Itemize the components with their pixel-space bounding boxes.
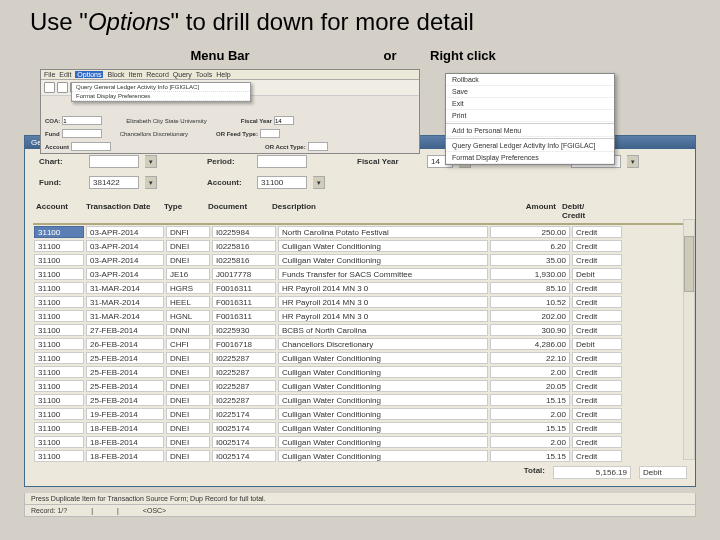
cell-description[interactable]: Culligan Water Conditioning: [278, 408, 488, 420]
cell-dc[interactable]: Credit: [572, 366, 622, 378]
cell-amount[interactable]: 20.05: [490, 380, 570, 392]
fy-input[interactable]: [274, 116, 294, 125]
cell-document[interactable]: I0225174: [212, 408, 276, 420]
ctx-print[interactable]: Print: [446, 110, 614, 122]
cell-description[interactable]: Culligan Water Conditioning: [278, 254, 488, 266]
dropdown-item-query[interactable]: Query General Ledger Activity Info [FGIG…: [72, 83, 250, 92]
fund-dropdown-icon[interactable]: ▾: [145, 176, 157, 189]
cell-type[interactable]: DNFI: [166, 226, 210, 238]
cell-date[interactable]: 18-FEB-2014: [86, 450, 164, 462]
table-row[interactable]: 3110025-FEB-2014DNEII0225287Culligan Wat…: [33, 393, 687, 407]
cell-account[interactable]: 31100: [34, 422, 84, 434]
cell-document[interactable]: I0225287: [212, 366, 276, 378]
cell-date[interactable]: 25-FEB-2014: [86, 394, 164, 406]
cell-amount[interactable]: 2.00: [490, 366, 570, 378]
cell-account[interactable]: 31100: [34, 254, 84, 266]
table-row[interactable]: 3110026-FEB-2014CHFIF0016718Chancellors …: [33, 337, 687, 351]
chart-input[interactable]: [89, 155, 139, 168]
period-input[interactable]: [257, 155, 307, 168]
accttype-input[interactable]: [308, 142, 328, 151]
cell-date[interactable]: 03-APR-2014: [86, 240, 164, 252]
table-row[interactable]: 3110027-FEB-2014DNNII0225930BCBS of Nort…: [33, 323, 687, 337]
save-icon[interactable]: [44, 82, 55, 93]
cell-amount[interactable]: 85.10: [490, 282, 570, 294]
cell-date[interactable]: 03-APR-2014: [86, 254, 164, 266]
cell-dc[interactable]: Credit: [572, 436, 622, 448]
cell-description[interactable]: Culligan Water Conditioning: [278, 422, 488, 434]
cell-type[interactable]: DNEI: [166, 436, 210, 448]
cell-dc[interactable]: Credit: [572, 254, 622, 266]
cell-document[interactable]: F0016311: [212, 296, 276, 308]
table-row[interactable]: 3110025-FEB-2014DNEII0225287Culligan Wat…: [33, 351, 687, 365]
menu-query[interactable]: Query: [173, 71, 192, 78]
ctx-query-gl[interactable]: Query General Ledger Activity Info [FGIG…: [446, 140, 614, 152]
cell-type[interactable]: DNEI: [166, 450, 210, 462]
cell-dc[interactable]: Credit: [572, 296, 622, 308]
cell-amount[interactable]: 15.15: [490, 422, 570, 434]
cell-document[interactable]: I0225816: [212, 240, 276, 252]
cell-account[interactable]: 31100: [34, 268, 84, 280]
scrollbar-thumb[interactable]: [684, 236, 694, 292]
cell-type[interactable]: DNNI: [166, 324, 210, 336]
cell-account[interactable]: 31100: [34, 394, 84, 406]
cell-account[interactable]: 31100: [34, 226, 84, 238]
table-row[interactable]: 3110019-FEB-2014DNEII0225174Culligan Wat…: [33, 407, 687, 421]
cell-account[interactable]: 31100: [34, 450, 84, 462]
table-scrollbar[interactable]: [683, 219, 695, 460]
context-menu[interactable]: Rollback Save Exit Print Add to Personal…: [445, 73, 615, 165]
menu-options[interactable]: Options: [75, 71, 103, 78]
cell-dc[interactable]: Credit: [572, 380, 622, 392]
cell-amount[interactable]: 22.10: [490, 352, 570, 364]
cell-type[interactable]: JE16: [166, 268, 210, 280]
cell-account[interactable]: 31100: [34, 240, 84, 252]
dropdown-item-format[interactable]: Format Display Preferences: [72, 92, 250, 101]
cell-type[interactable]: DNEI: [166, 366, 210, 378]
cell-account[interactable]: 31100: [34, 282, 84, 294]
cell-date[interactable]: 26-FEB-2014: [86, 338, 164, 350]
cell-dc[interactable]: Credit: [572, 450, 622, 462]
menu-block[interactable]: Block: [107, 71, 124, 78]
cell-amount[interactable]: 4,286.00: [490, 338, 570, 350]
cell-document[interactable]: I0025174: [212, 436, 276, 448]
table-row[interactable]: 3110003-APR-2014JE16J0017778Funds Transf…: [33, 267, 687, 281]
cell-document[interactable]: I0025174: [212, 450, 276, 462]
ctx-add-personal[interactable]: Add to Personal Menu: [446, 125, 614, 137]
cell-description[interactable]: North Carolina Potato Festival: [278, 226, 488, 238]
ctx-rollback[interactable]: Rollback: [446, 74, 614, 86]
cell-description[interactable]: Chancellors Discretionary: [278, 338, 488, 350]
cell-date[interactable]: 03-APR-2014: [86, 268, 164, 280]
cell-dc[interactable]: Credit: [572, 240, 622, 252]
cell-amount[interactable]: 15.15: [490, 450, 570, 462]
menu-tools[interactable]: Tools: [196, 71, 212, 78]
cell-amount[interactable]: 1,930.00: [490, 268, 570, 280]
table-row[interactable]: 3110003-APR-2014DNFII0225984North Caroli…: [33, 225, 687, 239]
cell-account[interactable]: 31100: [34, 338, 84, 350]
table-row[interactable]: 3110031-MAR-2014HGRSF0016311HR Payroll 2…: [33, 281, 687, 295]
account-input-main[interactable]: 31100: [257, 176, 307, 189]
cell-document[interactable]: J0017778: [212, 268, 276, 280]
cell-type[interactable]: DNEI: [166, 240, 210, 252]
cell-description[interactable]: HR Payroll 2014 MN 3 0: [278, 310, 488, 322]
cell-account[interactable]: 31100: [34, 408, 84, 420]
cell-amount[interactable]: 2.00: [490, 436, 570, 448]
rollback-icon[interactable]: [57, 82, 68, 93]
cell-description[interactable]: Culligan Water Conditioning: [278, 394, 488, 406]
table-row[interactable]: 3110018-FEB-2014DNEII0025174Culligan Wat…: [33, 421, 687, 435]
menu-record[interactable]: Record: [146, 71, 169, 78]
cell-type[interactable]: DNEI: [166, 422, 210, 434]
cell-description[interactable]: Culligan Water Conditioning: [278, 366, 488, 378]
cell-document[interactable]: I0225287: [212, 352, 276, 364]
menu-item[interactable]: Item: [129, 71, 143, 78]
cell-dc[interactable]: Credit: [572, 226, 622, 238]
ctx-format-prefs[interactable]: Format Display Preferences: [446, 152, 614, 164]
cell-date[interactable]: 25-FEB-2014: [86, 380, 164, 392]
cell-document[interactable]: I0225287: [212, 380, 276, 392]
cell-document[interactable]: I0225287: [212, 394, 276, 406]
cell-dc[interactable]: Debit: [572, 338, 622, 350]
cell-type[interactable]: DNEI: [166, 352, 210, 364]
cell-description[interactable]: Culligan Water Conditioning: [278, 352, 488, 364]
index-dropdown-icon[interactable]: ▾: [627, 155, 639, 168]
cell-account[interactable]: 31100: [34, 380, 84, 392]
fund-input[interactable]: [62, 129, 102, 138]
cell-account[interactable]: 31100: [34, 366, 84, 378]
